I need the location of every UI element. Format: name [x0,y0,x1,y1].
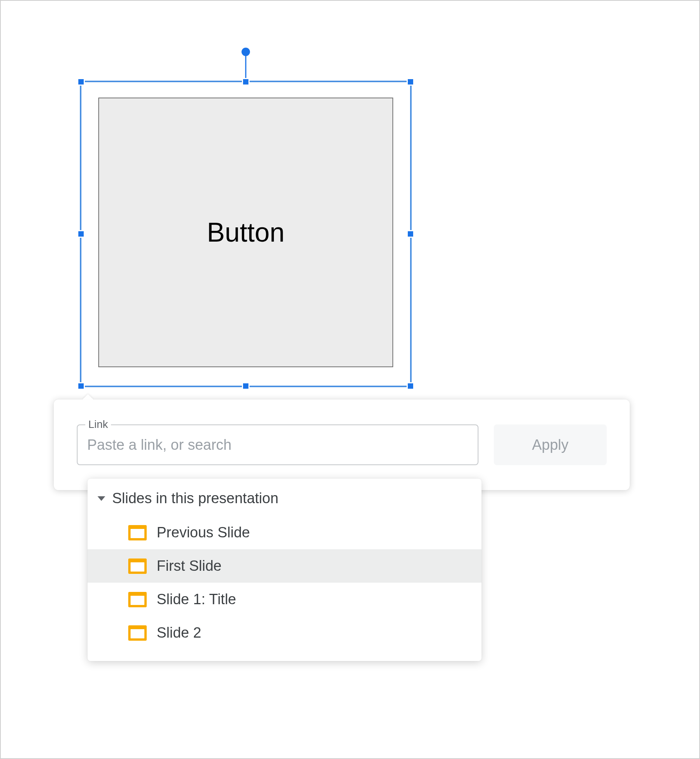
disclosure-triangle-icon [98,496,105,501]
rotate-handle[interactable] [242,48,250,56]
link-field: Link [77,424,478,465]
resize-handle-top-right[interactable] [407,78,414,86]
slides-dropdown: Slides in this presentation Previous Sli… [88,479,482,661]
rotate-stem [245,51,247,82]
link-popover: Link Apply [54,399,630,490]
link-field-label: Link [85,418,111,431]
slide-link-item-label: Previous Slide [157,524,250,541]
slide-link-item[interactable]: Previous Slide [88,516,482,549]
resize-handle-bottom-right[interactable] [407,382,414,390]
shape-selection[interactable]: Button [80,81,412,387]
shape-text: Button [207,217,285,248]
resize-handle-bottom-middle[interactable] [242,382,250,390]
shape-body[interactable]: Button [98,98,393,367]
apply-button[interactable]: Apply [494,424,607,465]
resize-handle-top-left[interactable] [77,78,85,86]
resize-handle-top-middle[interactable] [242,78,250,86]
slides-dropdown-header-label: Slides in this presentation [112,490,278,507]
slide-link-item-label: Slide 2 [157,625,201,641]
slide-link-item-label: Slide 1: Title [157,591,236,608]
slides-dropdown-header[interactable]: Slides in this presentation [88,486,482,516]
slide-icon [128,592,147,607]
slide-link-item[interactable]: First Slide [88,549,482,583]
slide-link-item[interactable]: Slide 2 [88,616,482,650]
resize-handle-bottom-left[interactable] [77,382,85,390]
slide-icon [128,558,147,574]
slide-link-item-label: First Slide [157,558,222,574]
resize-handle-middle-right[interactable] [407,230,414,238]
slide-icon [128,625,147,641]
link-input[interactable] [77,424,478,465]
slide-link-item[interactable]: Slide 1: Title [88,583,482,616]
resize-handle-middle-left[interactable] [77,230,85,238]
slide-icon [128,525,147,540]
